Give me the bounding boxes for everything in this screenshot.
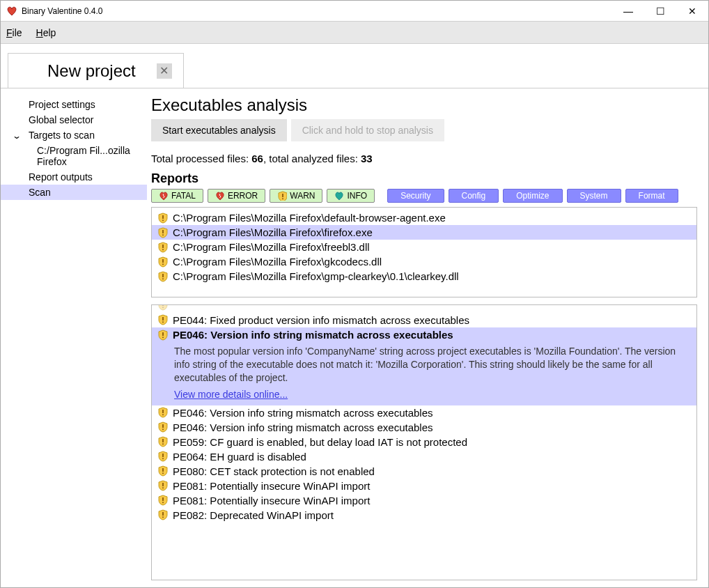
tab-bar: New project ✕ bbox=[1, 44, 708, 88]
category-system[interactable]: System bbox=[567, 189, 621, 203]
reports-header: Reports bbox=[151, 171, 697, 186]
menu-help[interactable]: Help bbox=[36, 27, 56, 38]
severity-label: FATAL bbox=[171, 191, 196, 201]
file-list[interactable]: C:\Program Files\Mozilla Firefox\default… bbox=[151, 207, 697, 297]
shield-warn-icon bbox=[157, 256, 169, 268]
issue-title: PE081: Potentially insecure WinAPI impor… bbox=[173, 495, 370, 506]
issue-title: PE059: CF guard is enabled, but delay lo… bbox=[173, 436, 467, 448]
issue-row[interactable]: PE044: Fixed product version info mismat… bbox=[152, 313, 696, 327]
severity-label: WARN bbox=[290, 191, 315, 201]
sidebar-item-2[interactable]: ⌄Targets to scan bbox=[1, 127, 147, 143]
main-panel: Executables analysis Start executables a… bbox=[147, 88, 708, 587]
issue-row[interactable]: PE046: Version info string mismatch acro… bbox=[152, 405, 696, 420]
heart-broken-icon bbox=[159, 191, 169, 201]
stats-line: Total processed files: 66, total analyze… bbox=[151, 153, 697, 164]
file-path: C:\Program Files\Mozilla Firefox\freebl3… bbox=[173, 241, 370, 253]
issue-row[interactable]: PE064: EH guard is disabled bbox=[152, 449, 696, 464]
file-path: C:\Program Files\Mozilla Firefox\firefox… bbox=[173, 226, 373, 238]
sidebar-item-label: Global selector bbox=[29, 114, 93, 125]
shield-warn-icon bbox=[157, 242, 169, 253]
severity-info[interactable]: INFO bbox=[327, 189, 375, 203]
chevron-down-icon: ⌄ bbox=[12, 131, 22, 141]
start-analysis-button[interactable]: Start executables analysis bbox=[151, 119, 287, 141]
category-security[interactable]: Security bbox=[387, 189, 444, 203]
file-row[interactable]: C:\Program Files\Mozilla Firefox\firefox… bbox=[152, 225, 696, 240]
sidebar-item-label: C:/Program Fil...ozilla Firefox bbox=[37, 145, 130, 167]
issue-details-link[interactable]: View more details online... bbox=[157, 389, 288, 400]
severity-label: ERROR bbox=[228, 191, 258, 201]
issue-title: PE081: Potentially insecure WinAPI impor… bbox=[173, 480, 370, 492]
stats-prefix: Total processed files: bbox=[151, 153, 251, 164]
stats-mid: , total analyzed files: bbox=[263, 153, 361, 164]
sidebar-item-3[interactable]: C:/Program Fil...ozilla Firefox bbox=[1, 143, 147, 169]
issue-title bbox=[173, 304, 176, 311]
minimize-button[interactable]: ― bbox=[612, 1, 644, 22]
shield-warn-icon bbox=[157, 271, 169, 282]
issue-row[interactable]: PE046: Version info string mismatch acro… bbox=[152, 327, 696, 405]
page-title: Executables analysis bbox=[151, 95, 697, 115]
file-path: C:\Program Files\Mozilla Firefox\gkcodec… bbox=[173, 256, 382, 268]
shield-warn-icon bbox=[157, 436, 169, 447]
shield-warn-icon bbox=[157, 212, 169, 224]
file-path: C:\Program Files\Mozilla Firefox\gmp-cle… bbox=[173, 270, 459, 282]
issue-title: PE046: Version info string mismatch acro… bbox=[173, 407, 433, 419]
severity-warn[interactable]: WARN bbox=[270, 189, 322, 203]
file-path: C:\Program Files\Mozilla Firefox\default… bbox=[173, 212, 446, 224]
titlebar: Binary Valentine 0.4.0 ― ☐ ✕ bbox=[1, 1, 708, 22]
menubar: File Help bbox=[1, 22, 708, 44]
heart-broken-icon bbox=[215, 191, 225, 201]
shield-warn-icon bbox=[277, 191, 287, 201]
sidebar-item-label: Project settings bbox=[29, 99, 95, 110]
category-config[interactable]: Config bbox=[449, 189, 499, 203]
close-button[interactable]: ✕ bbox=[676, 1, 708, 22]
heart-info-icon bbox=[334, 191, 344, 201]
sidebar-item-5[interactable]: Scan bbox=[1, 185, 147, 200]
menu-file[interactable]: File bbox=[6, 27, 22, 38]
category-optimize[interactable]: Optimize bbox=[503, 189, 562, 203]
issue-row[interactable]: PE080: CET stack protection is not enabl… bbox=[152, 464, 696, 479]
issue-row[interactable]: PE046: Version info string mismatch acro… bbox=[152, 420, 696, 435]
shield-warn-icon bbox=[157, 465, 169, 477]
issue-title: PE082: Deprecated WinAPI import bbox=[173, 509, 334, 521]
issue-row[interactable]: PE059: CF guard is enabled, but delay lo… bbox=[152, 435, 696, 449]
issue-description: The most popular version info 'CompanyNa… bbox=[157, 345, 691, 385]
stats-processed: 66 bbox=[251, 153, 263, 164]
issue-list[interactable]: PE044: Fixed product version info mismat… bbox=[151, 304, 697, 580]
issue-title: PE044: Fixed product version info mismat… bbox=[173, 314, 469, 326]
severity-error[interactable]: ERROR bbox=[208, 189, 265, 203]
issue-row[interactable]: PE082: Deprecated WinAPI import bbox=[152, 508, 696, 523]
maximize-button[interactable]: ☐ bbox=[644, 1, 676, 22]
shield-warn-icon bbox=[157, 451, 169, 462]
window-title: Binary Valentine 0.4.0 bbox=[22, 6, 612, 16]
file-row[interactable]: C:\Program Files\Mozilla Firefox\gmp-cle… bbox=[152, 269, 696, 284]
tab-new-project[interactable]: New project ✕ bbox=[8, 53, 184, 88]
stop-analysis-button: Click and hold to stop analysis bbox=[291, 119, 444, 141]
sidebar-item-0[interactable]: Project settings bbox=[1, 97, 147, 112]
file-row[interactable]: C:\Program Files\Mozilla Firefox\freebl3… bbox=[152, 240, 696, 254]
shield-warn-icon bbox=[157, 314, 169, 325]
sidebar-item-label: Scan bbox=[29, 187, 51, 198]
sidebar-item-4[interactable]: Report outputs bbox=[1, 169, 147, 185]
issue-title: PE064: EH guard is disabled bbox=[173, 451, 306, 463]
file-row[interactable]: C:\Program Files\Mozilla Firefox\default… bbox=[152, 210, 696, 225]
sidebar-item-label: Targets to scan bbox=[29, 130, 95, 141]
file-row[interactable]: C:\Program Files\Mozilla Firefox\gkcodec… bbox=[152, 254, 696, 269]
stats-analyzed: 33 bbox=[361, 153, 373, 164]
issue-row[interactable]: PE081: Potentially insecure WinAPI impor… bbox=[152, 479, 696, 493]
issue-title: PE080: CET stack protection is not enabl… bbox=[173, 465, 375, 477]
shield-warn-icon bbox=[157, 407, 169, 418]
sidebar-item-1[interactable]: Global selector bbox=[1, 112, 147, 127]
issue-title: PE046: Version info string mismatch acro… bbox=[173, 329, 453, 341]
issue-title: PE046: Version info string mismatch acro… bbox=[173, 421, 433, 433]
sidebar: Project settingsGlobal selector⌄Targets … bbox=[1, 88, 147, 587]
shield-warn-icon bbox=[157, 227, 169, 238]
shield-warn-icon bbox=[157, 421, 169, 433]
tab-close-icon[interactable]: ✕ bbox=[157, 63, 172, 79]
shield-warn-icon bbox=[157, 304, 169, 311]
severity-label: INFO bbox=[347, 191, 367, 201]
filter-row: FATALERRORWARNINFOSecurityConfigOptimize… bbox=[151, 189, 697, 203]
category-format[interactable]: Format bbox=[625, 189, 678, 203]
issue-row[interactable]: PE081: Potentially insecure WinAPI impor… bbox=[152, 493, 696, 508]
severity-fatal[interactable]: FATAL bbox=[151, 189, 203, 203]
shield-warn-icon bbox=[157, 330, 169, 341]
